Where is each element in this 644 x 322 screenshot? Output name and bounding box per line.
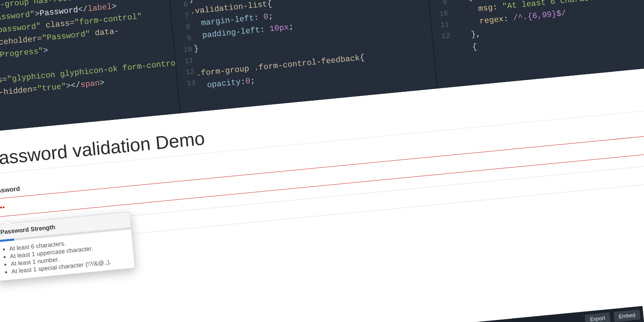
html-code[interactable]: ass="container">ass="page-header">Passwo…	[0, 0, 177, 135]
embed-button[interactable]: Embed	[613, 309, 640, 322]
export-button[interactable]: Export	[585, 312, 611, 322]
strength-popover: Password Strength At least 6 characters.…	[0, 212, 135, 281]
